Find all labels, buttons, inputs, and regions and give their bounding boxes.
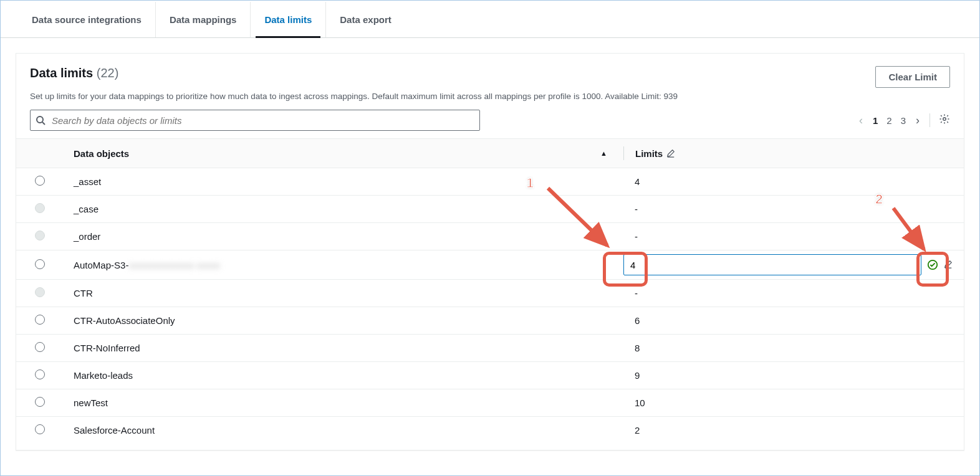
row-limit-cell[interactable]: - <box>618 223 964 250</box>
limit-input[interactable] <box>623 254 921 275</box>
data-limits-table: Data objects ▲ Limits _asset4_ca <box>16 138 964 444</box>
row-radio[interactable] <box>35 176 45 186</box>
panel-title: Data limits (22) <box>30 66 118 80</box>
svg-line-1 <box>42 122 45 125</box>
row-radio[interactable] <box>35 342 45 352</box>
row-limit-cell <box>618 250 964 280</box>
svg-point-0 <box>37 117 43 123</box>
table-row: newTest10 <box>16 389 964 417</box>
row-object-name: CTR-AutoAssociateOnly <box>57 307 618 335</box>
row-object-name: CTR <box>57 280 618 307</box>
column-header-data-objects-label: Data objects <box>74 148 129 159</box>
column-header-data-objects[interactable]: Data objects ▲ <box>57 139 618 168</box>
settings-gear-icon[interactable] <box>939 113 950 127</box>
search-icon <box>36 115 46 125</box>
column-header-limits[interactable]: Limits <box>618 139 964 168</box>
row-limit-cell[interactable]: - <box>618 196 964 223</box>
edit-column-icon <box>666 149 675 158</box>
clear-limit-button[interactable]: Clear Limit <box>875 66 950 88</box>
row-object-name: AutoMap-S3-xxxxxxxxxxxxxx xxxxx <box>57 250 618 280</box>
table-row: Marketo-leads9 <box>16 362 964 389</box>
table-row: _asset4 <box>16 168 964 196</box>
row-object-name: Marketo-leads <box>57 362 618 389</box>
tab-data-mappings[interactable]: Data mappings <box>156 2 251 37</box>
row-radio <box>35 203 45 213</box>
pagination-tools: ‹ 1 2 3 › <box>858 113 950 127</box>
row-radio[interactable] <box>35 424 45 434</box>
svg-point-2 <box>943 118 946 121</box>
row-radio[interactable] <box>35 397 45 407</box>
pager-page-3[interactable]: 3 <box>901 115 906 126</box>
row-object-name: Salesforce-Account <box>57 417 618 444</box>
panel-description: Set up limits for your data mappings to … <box>16 92 964 110</box>
tab-data-export[interactable]: Data export <box>326 2 405 37</box>
row-limit-cell[interactable]: 4 <box>618 168 964 196</box>
pager-prev-icon[interactable]: ‹ <box>858 114 864 127</box>
row-limit-cell[interactable]: - <box>618 280 964 307</box>
pager-page-1[interactable]: 1 <box>873 115 878 126</box>
row-radio[interactable] <box>35 369 45 379</box>
table-row: AutoMap-S3-xxxxxxxxxxxxxx xxxxx <box>16 250 964 280</box>
tab-data-source-integrations[interactable]: Data source integrations <box>18 2 156 37</box>
confirm-check-icon[interactable] <box>926 259 939 271</box>
column-header-limits-label: Limits <box>635 148 663 159</box>
edit-pencil-icon[interactable] <box>944 260 953 270</box>
table-row: CTR-AutoAssociateOnly6 <box>16 307 964 335</box>
sort-asc-icon: ▲ <box>600 150 607 157</box>
row-object-name: _order <box>57 223 618 250</box>
row-limit-cell[interactable]: 8 <box>618 335 964 362</box>
row-object-name: CTR-NoInferred <box>57 335 618 362</box>
row-object-name: _case <box>57 196 618 223</box>
row-radio[interactable] <box>35 315 45 325</box>
row-radio <box>35 287 45 297</box>
row-object-name: newTest <box>57 389 618 417</box>
data-limits-panel: Data limits (22) Clear Limit Set up limi… <box>16 53 964 450</box>
pager-page-2[interactable]: 2 <box>886 115 891 126</box>
row-radio <box>35 231 45 240</box>
table-row: _case- <box>16 196 964 223</box>
row-limit-cell[interactable]: 6 <box>618 307 964 335</box>
row-limit-cell[interactable]: 9 <box>618 362 964 389</box>
row-object-name: _asset <box>57 168 618 196</box>
tab-data-limits[interactable]: Data limits <box>251 2 326 37</box>
table-row: _order- <box>16 223 964 250</box>
panel-count: (22) <box>97 66 119 80</box>
row-limit-cell[interactable]: 10 <box>618 389 964 417</box>
table-row: Salesforce-Account2 <box>16 417 964 444</box>
search-box[interactable] <box>30 110 480 131</box>
row-radio[interactable] <box>35 259 45 269</box>
pager-next-icon[interactable]: › <box>915 114 921 127</box>
table-row: CTR- <box>16 280 964 307</box>
divider <box>930 113 930 127</box>
panel-title-text: Data limits <box>30 66 93 80</box>
row-limit-cell[interactable]: 2 <box>618 417 964 444</box>
search-input[interactable] <box>50 115 474 126</box>
tab-bar: Data source integrations Data mappings D… <box>1 2 979 38</box>
table-row: CTR-NoInferred8 <box>16 335 964 362</box>
